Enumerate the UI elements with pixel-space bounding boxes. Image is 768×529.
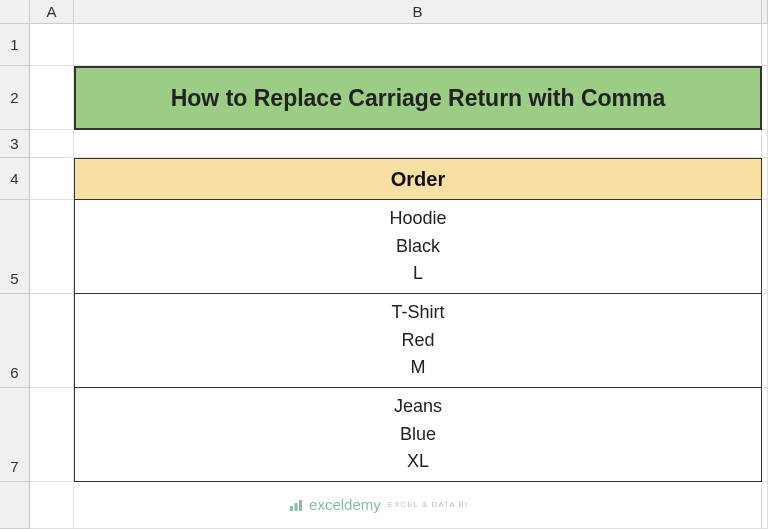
order-cell-2[interactable]: T-Shirt Red M xyxy=(74,294,762,388)
cell-edge-6 xyxy=(762,294,768,388)
row-header-3[interactable]: 3 xyxy=(0,130,30,158)
row-header-4[interactable]: 4 xyxy=(0,158,30,200)
col-header-edge xyxy=(762,0,768,24)
cell-edge-7 xyxy=(762,388,768,482)
cell-A8[interactable] xyxy=(30,482,74,529)
order-line: Blue xyxy=(400,421,436,449)
order-line: Jeans xyxy=(394,393,442,421)
cell-A4[interactable] xyxy=(30,158,74,200)
cell-edge-5 xyxy=(762,200,768,294)
watermark-tag: EXCEL & DATA BI xyxy=(388,500,468,509)
col-header-B[interactable]: B xyxy=(74,0,762,24)
chart-icon xyxy=(288,497,304,513)
svg-rect-0 xyxy=(290,506,293,511)
cell-A3[interactable] xyxy=(30,130,74,158)
order-line: Black xyxy=(396,233,440,261)
cell-edge-4 xyxy=(762,158,768,200)
cell-A6[interactable] xyxy=(30,294,74,388)
order-cell-1[interactable]: Hoodie Black L xyxy=(74,200,762,294)
cell-edge-8 xyxy=(762,482,768,529)
svg-rect-1 xyxy=(295,503,298,511)
cell-B3[interactable] xyxy=(74,130,762,158)
row-header-1[interactable]: 1 xyxy=(0,24,30,66)
title-cell[interactable]: How to Replace Carriage Return with Comm… xyxy=(74,66,762,130)
row-header-2[interactable]: 2 xyxy=(0,66,30,130)
selectall-corner[interactable] xyxy=(0,0,30,24)
cell-edge-3 xyxy=(762,130,768,158)
cell-edge-2 xyxy=(762,66,768,130)
cell-edge-1 xyxy=(762,24,768,66)
order-cell-3[interactable]: Jeans Blue XL xyxy=(74,388,762,482)
cell-A1[interactable] xyxy=(30,24,74,66)
cell-B1[interactable] xyxy=(74,24,762,66)
order-line: M xyxy=(411,354,426,382)
cell-A2[interactable] xyxy=(30,66,74,130)
row-header-7[interactable]: 7 xyxy=(0,388,30,482)
order-line: XL xyxy=(407,448,429,476)
order-line: T-Shirt xyxy=(391,299,444,327)
watermark-brand: exceldemy xyxy=(309,496,381,513)
watermark: exceldemy EXCEL & DATA BI xyxy=(288,496,468,513)
row-header-6[interactable]: 6 xyxy=(0,294,30,388)
cell-A7[interactable] xyxy=(30,388,74,482)
row-header-5[interactable]: 5 xyxy=(0,200,30,294)
spreadsheet-grid: A B 1 2 How to Replace Carriage Return w… xyxy=(0,0,768,529)
svg-rect-2 xyxy=(299,500,302,511)
col-header-A[interactable]: A xyxy=(30,0,74,24)
cell-A5[interactable] xyxy=(30,200,74,294)
order-line: L xyxy=(413,260,423,288)
order-header-cell[interactable]: Order xyxy=(74,158,762,200)
order-line: Hoodie xyxy=(389,205,446,233)
row-header-8[interactable] xyxy=(0,482,30,529)
order-line: Red xyxy=(401,327,434,355)
